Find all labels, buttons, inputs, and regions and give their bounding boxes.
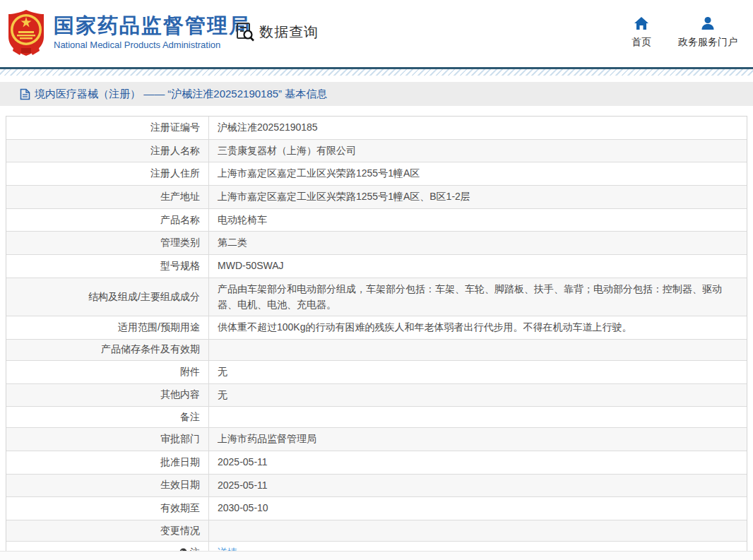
home-icon xyxy=(634,16,649,31)
row-label: 附件 xyxy=(6,361,209,383)
row-value: 第二类 xyxy=(209,232,747,254)
nav-label-home: 首页 xyxy=(632,36,651,49)
row-label: 审批部门 xyxy=(6,428,209,451)
table-row: 型号规格MWD-50SWAJ xyxy=(6,255,747,278)
row-label: 变更情况 xyxy=(6,520,209,541)
table-row: 审批部门上海市药品监督管理局 xyxy=(6,428,747,451)
footer-strip xyxy=(0,551,753,560)
data-query-icon xyxy=(235,22,255,42)
user-icon xyxy=(700,16,716,31)
row-label: 产品储存条件及有效期 xyxy=(6,340,209,360)
row-value: 供体重不超过100Kg的行动有困难的残疾人和年老体弱者出行代步用。不得在机动车道… xyxy=(209,316,747,339)
table-row: 批准日期2025-05-11 xyxy=(6,451,747,475)
table-row: 注册人名称三贵康复器材（上海）有限公司 xyxy=(6,140,747,163)
row-label: 生效日期 xyxy=(6,475,209,497)
document-icon xyxy=(20,88,30,100)
row-value: 上海市药品监督管理局 xyxy=(209,428,747,451)
table-row: 其他内容无 xyxy=(6,384,747,407)
row-label: 结构及组成/主要组成成分 xyxy=(6,278,209,316)
row-label: 注册人名称 xyxy=(6,140,209,162)
row-value: 上海市嘉定区嘉定工业区兴荣路1255号1幢A区、B区1-2层 xyxy=(209,186,747,208)
nav-label-portal: 政务服务门户 xyxy=(678,36,737,49)
nmpa-brand: 国家药品监督管理局 National Medical Products Admi… xyxy=(6,8,251,56)
row-value xyxy=(209,340,747,360)
row-label: 生产地址 xyxy=(6,186,209,208)
row-label: 型号规格 xyxy=(6,255,209,278)
org-name-cn: 国家药品监督管理局 xyxy=(54,15,251,37)
top-nav: 首页 政务服务门户 xyxy=(632,16,737,49)
row-label: 适用范围/预期用途 xyxy=(6,316,209,339)
row-value: 无 xyxy=(209,384,747,407)
table-row: 适用范围/预期用途供体重不超过100Kg的行动有困难的残疾人和年老体弱者出行代步… xyxy=(6,316,747,340)
row-value: 产品由车架部分和电动部分组成，车架部分包括：车架、车轮、脚踏板、扶手、靠背；电动… xyxy=(209,278,747,316)
row-label: 备注 xyxy=(6,407,209,427)
table-row: 产品储存条件及有效期 xyxy=(6,340,747,361)
row-label: 注册证编号 xyxy=(6,117,209,139)
row-value xyxy=(209,407,747,427)
data-query-title: 数据查询 xyxy=(259,23,319,42)
table-row: 产品名称电动轮椅车 xyxy=(6,209,747,232)
table-row: 结构及组成/主要组成成分产品由车架部分和电动部分组成，车架部分包括：车架、车轮、… xyxy=(6,278,747,316)
brand-text: 国家药品监督管理局 National Medical Products Admi… xyxy=(54,15,251,51)
nav-item-home[interactable]: 首页 xyxy=(632,16,651,49)
org-name-en: National Medical Products Administration xyxy=(54,40,251,50)
table-row: 注册证编号沪械注准20252190185 xyxy=(6,117,747,140)
row-value: 电动轮椅车 xyxy=(209,209,747,232)
registration-info-table: 注册证编号沪械注准20252190185注册人名称三贵康复器材（上海）有限公司注… xyxy=(6,116,747,560)
nmpa-emblem-logo xyxy=(6,8,47,56)
row-value: 无 xyxy=(209,361,747,383)
row-value: 三贵康复器材（上海）有限公司 xyxy=(209,140,747,162)
table-row: 管理类别第二类 xyxy=(6,232,747,255)
header-hatch-band xyxy=(0,69,753,76)
breadcrumb-text: 境内医疗器械（注册） —— “沪械注准20252190185” 基本信息 xyxy=(35,88,327,101)
table-row: 生效日期2025-05-11 xyxy=(6,475,747,498)
row-value: 2025-05-11 xyxy=(209,475,747,497)
table-row: 生产地址上海市嘉定区嘉定工业区兴荣路1255号1幢A区、B区1-2层 xyxy=(6,186,747,209)
row-value: 上海市嘉定区嘉定工业区兴荣路1255号1幢A区 xyxy=(209,162,747,185)
table-row: 变更情况 xyxy=(6,520,747,542)
row-value: MWD-50SWAJ xyxy=(209,255,747,278)
row-value xyxy=(209,520,747,541)
row-value: 2025-05-11 xyxy=(209,451,747,474)
row-value: 2030-05-10 xyxy=(209,497,747,520)
row-label: 其他内容 xyxy=(6,384,209,407)
table-row: 注册人住所上海市嘉定区嘉定工业区兴荣路1255号1幢A区 xyxy=(6,162,747,186)
row-label: 有效期至 xyxy=(6,497,209,520)
row-label: 产品名称 xyxy=(6,209,209,232)
row-value: 沪械注准20252190185 xyxy=(209,117,747,139)
breadcrumb: 境内医疗器械（注册） —— “沪械注准20252190185” 基本信息 xyxy=(0,82,753,106)
table-row: 有效期至2030-05-10 xyxy=(6,497,747,520)
table-row: 备注 xyxy=(6,407,747,428)
page-header: 国家药品监督管理局 National Medical Products Admi… xyxy=(0,0,753,67)
row-label: 批准日期 xyxy=(6,451,209,474)
nav-item-portal[interactable]: 政务服务门户 xyxy=(678,16,737,49)
table-row: 附件无 xyxy=(6,361,747,384)
row-label: 管理类别 xyxy=(6,232,209,254)
data-query-section: 数据查询 xyxy=(235,22,319,42)
row-label: 注册人住所 xyxy=(6,162,209,185)
